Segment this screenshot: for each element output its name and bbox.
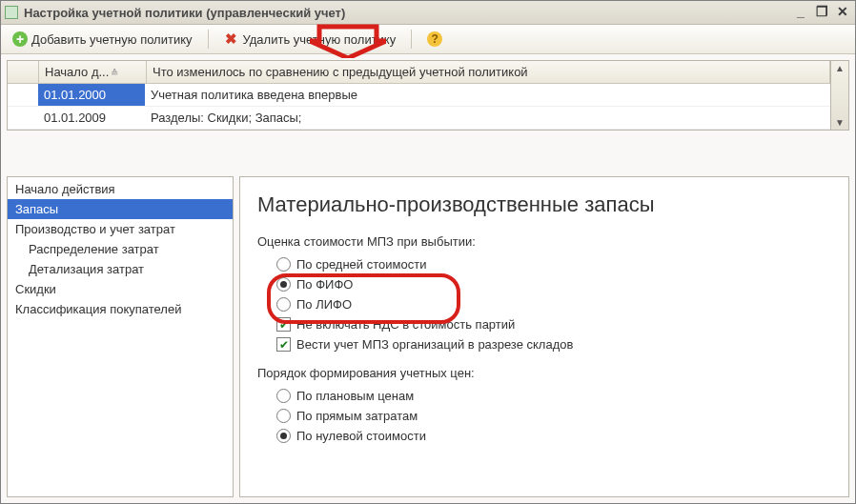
plus-icon: +: [12, 31, 28, 47]
pricing-option[interactable]: По прямым затратам: [276, 406, 831, 426]
toolbar-separator: [208, 30, 209, 49]
delete-policy-button[interactable]: ✖ Удалить учетную политику: [218, 30, 402, 49]
checkbox-group: ✔Не включать НДС в стоимость партий✔Вест…: [276, 314, 831, 354]
delete-policy-label: Удалить учетную политику: [243, 32, 397, 47]
sidebar-nav: Начало действияЗапасыПроизводство и учет…: [7, 176, 234, 497]
content-area: Начало действияЗапасыПроизводство и учет…: [1, 171, 855, 503]
sidebar-item[interactable]: Производство и учет затрат: [8, 219, 233, 239]
help-button[interactable]: ?: [421, 30, 448, 49]
table-header: Начало д...≙ Что изменилось по сравнению…: [8, 61, 830, 84]
window: Настройка учетной политики (управленческ…: [0, 0, 856, 504]
checkbox-label: Не включать НДС в стоимость партий: [296, 317, 515, 332]
history-table-wrap: Начало д...≙ Что изменилось по сравнению…: [1, 54, 855, 171]
header-date-col[interactable]: Начало д...≙: [39, 61, 147, 83]
pricing-label: Порядок формирования учетных цен:: [257, 366, 831, 380]
radio-icon: [276, 409, 291, 423]
option-label: По плановым ценам: [296, 389, 414, 403]
pricing-option[interactable]: По нулевой стоимости: [276, 426, 831, 446]
minimize-button[interactable]: _: [792, 6, 809, 19]
close-button[interactable]: ✕: [834, 6, 851, 19]
valuation-option[interactable]: По ФИФО: [276, 274, 831, 294]
radio-icon: [276, 257, 291, 272]
radio-icon: [276, 389, 291, 403]
history-table: Начало д...≙ Что изменилось по сравнению…: [7, 60, 831, 131]
pricing-radio-group: По плановым ценамПо прямым затратамПо ну…: [276, 386, 831, 446]
option-label: По ЛИФО: [296, 297, 352, 312]
checkbox-option[interactable]: ✔Не включать НДС в стоимость партий: [276, 314, 831, 334]
radio-icon: [276, 277, 291, 292]
radio-icon: [276, 429, 291, 443]
option-label: По средней стоимости: [296, 257, 426, 272]
scroll-up-icon[interactable]: ▲: [835, 61, 845, 75]
valuation-option[interactable]: По средней стоимости: [276, 254, 831, 274]
checkbox-option[interactable]: ✔Вести учет МПЗ организаций в разрезе ск…: [276, 334, 831, 354]
toolbar-separator: [411, 30, 412, 49]
checkbox-label: Вести учет МПЗ организаций в разрезе скл…: [296, 337, 573, 352]
pricing-option[interactable]: По плановым ценам: [276, 386, 831, 406]
option-label: По прямым затратам: [296, 409, 418, 423]
valuation-option[interactable]: По ЛИФО: [276, 294, 831, 314]
sidebar-item[interactable]: Распределение затрат: [8, 239, 233, 259]
add-policy-label: Добавить учетную политику: [31, 32, 193, 47]
sidebar-item[interactable]: Начало действия: [8, 179, 233, 199]
row-text: Разделы: Скидки; Запасы;: [145, 107, 830, 129]
checkbox-icon: ✔: [276, 317, 291, 332]
option-label: По ФИФО: [296, 277, 353, 292]
header-icon-col[interactable]: [8, 61, 39, 83]
valuation-radio-group: По средней стоимостиПо ФИФОПо ЛИФО: [276, 254, 831, 314]
header-changes-col[interactable]: Что изменилось по сравнению с предыдущей…: [147, 61, 830, 83]
titlebar: Настройка учетной политики (управленческ…: [1, 1, 855, 25]
table-row[interactable]: 01.01.2000Учетная политика введена вперв…: [8, 84, 830, 107]
window-title: Настройка учетной политики (управленческ…: [24, 6, 788, 20]
toolbar: + Добавить учетную политику ✖ Удалить уч…: [1, 25, 855, 54]
row-text: Учетная политика введена впервые: [145, 84, 830, 106]
table-row[interactable]: 01.01.2009Разделы: Скидки; Запасы;: [8, 107, 830, 130]
sort-icon: ≙: [111, 68, 118, 78]
x-icon: ✖: [224, 31, 239, 47]
panel-title: Материально-производственные запасы: [257, 192, 831, 217]
row-date: 01.01.2009: [38, 107, 145, 129]
add-policy-button[interactable]: + Добавить учетную политику: [7, 30, 198, 49]
sidebar-item[interactable]: Классификация покупателей: [8, 299, 233, 319]
main-panel: Материально-производственные запасы Оцен…: [239, 176, 849, 497]
maximize-button[interactable]: ❐: [813, 6, 830, 19]
help-icon: ?: [427, 31, 442, 47]
valuation-label: Оценка стоимости МПЗ при выбытии:: [257, 234, 831, 249]
option-label: По нулевой стоимости: [296, 429, 426, 443]
radio-icon: [276, 297, 291, 312]
sidebar-item[interactable]: Скидки: [8, 279, 233, 299]
table-scrollbar[interactable]: ▲ ▼: [831, 60, 849, 131]
row-date: 01.01.2000: [38, 84, 145, 106]
scroll-down-icon[interactable]: ▼: [835, 115, 845, 130]
checkbox-icon: ✔: [276, 337, 291, 352]
sidebar-item[interactable]: Запасы: [8, 199, 233, 219]
sidebar-item[interactable]: Детализация затрат: [8, 259, 233, 279]
app-icon: [5, 6, 18, 19]
